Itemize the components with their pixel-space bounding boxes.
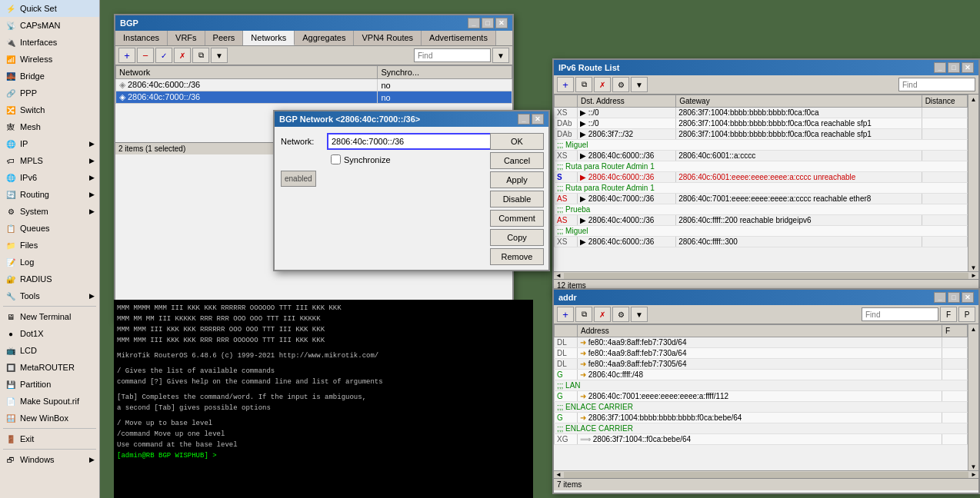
ipv6-copy-btn[interactable]: ⧉ [575,77,592,92]
sidebar-item-mpls[interactable]: 🏷 MPLS ▶ [0,152,99,169]
addr-settings-btn[interactable]: ⚙ [612,307,629,322]
table-row[interactable]: AS ▶ 2806:40c:7000::/36 2806:40c:7001:ee… [555,194,968,204]
table-row[interactable]: DL ➜ fe80::4aa9:8aff:feb7:7305/64 [555,359,968,370]
sidebar-item-lcd[interactable]: 📺 LCD [0,342,99,359]
addr-scroll-left-btn[interactable]: ◄ [554,471,563,478]
addr-close-btn[interactable]: ✕ [962,292,974,303]
remove-btn[interactable]: − [137,48,154,63]
ok-button[interactable]: OK [490,133,544,150]
remove-button[interactable]: Remove [490,248,544,265]
table-row[interactable]: G ➜ 2806:40c:ffff:/48 [555,370,968,380]
addr-scroll-right-btn[interactable]: ► [969,471,978,478]
ipv6-maximize-btn[interactable]: □ [948,62,960,73]
addr-table-scroll[interactable]: Address F DL ➜ fe80::4aa9:8aff:feb7:730d… [554,324,968,470]
sidebar-item-dot1x[interactable]: ● Dot1X [0,325,99,342]
addr-delete-btn[interactable]: ✗ [594,307,611,322]
sidebar-item-switch[interactable]: 🔀 Switch [0,101,99,118]
ipv6-add-btn[interactable]: + [557,77,574,92]
ipv6-filter-btn[interactable]: ▼ [631,77,648,92]
sidebar-item-ip[interactable]: 🌐 IP ▶ [0,135,99,152]
copy-btn[interactable]: ⧉ [192,48,209,63]
ipv6-find-input[interactable] [898,78,975,91]
copy-button[interactable]: Copy [490,229,544,246]
ipv6-scrollbar-v[interactable]: ▲ ▼ [968,95,978,271]
sidebar-item-new-winbox[interactable]: 🪟 New WinBox [0,410,99,427]
bgp-close-btn[interactable]: ✕ [495,18,508,28]
sidebar-item-tools[interactable]: 🔧 Tools ▶ [0,287,99,304]
addr-find-input[interactable] [862,307,938,321]
ipv6-delete-btn[interactable]: ✗ [594,77,611,92]
sidebar-item-bridge[interactable]: 🌉 Bridge [0,68,99,85]
tab-advertisements[interactable]: Advertisements [422,31,496,45]
addr-scrollbar-h[interactable]: ◄ ► [554,470,978,478]
sidebar-item-routing[interactable]: 🔄 Routing ▶ [0,186,99,203]
tab-instances[interactable]: Instances [115,31,168,45]
comment-button[interactable]: Comment [490,210,544,227]
table-row[interactable]: AS ▶ 2806:40c:4000::/36 2806:40c:ffff::2… [555,215,968,226]
table-row[interactable]: DAb ▶ 2806:3f7::/32 2806:3f7:1004:bbbb:b… [555,129,968,140]
apply-button[interactable]: Apply [490,171,544,188]
bgp-find-input[interactable] [414,48,491,62]
table-row[interactable]: XS ▶ 2806:40c:6000::/36 2806:40c:ffff::3… [555,237,968,247]
addr-p-btn[interactable]: P [958,307,975,322]
enable-btn[interactable]: ✓ [155,48,172,63]
filter-btn[interactable]: ▼ [211,48,228,63]
sidebar-item-make-supout[interactable]: 📄 Make Supout.rif [0,393,99,410]
ipv6-close-btn[interactable]: ✕ [962,62,974,73]
sidebar-item-log[interactable]: 📝 Log [0,254,99,271]
ipv6-minimize-btn[interactable]: _ [934,62,946,73]
scroll-up-btn[interactable]: ▲ [971,96,977,103]
sidebar-item-interfaces[interactable]: 🔌 Interfaces [0,34,99,51]
sidebar-item-wireless[interactable]: 📶 Wireless [0,51,99,68]
addr-minimize-btn[interactable]: _ [934,292,946,303]
sidebar-item-metarouter[interactable]: 🔲 MetaROUTER [0,359,99,376]
ipv6-scrollbar-h[interactable]: ◄ ► [554,271,978,279]
sidebar-item-capsman[interactable]: 📡 CAPsMAN [0,17,99,34]
ipv6-settings-btn[interactable]: ⚙ [612,77,629,92]
sidebar-item-exit[interactable]: 🚪 Exit [0,430,99,447]
tab-peers[interactable]: Peers [205,31,244,45]
terminal[interactable]: MMM MMMM MMM III KKK KKK RRRRRR OOOOOO T… [114,300,533,498]
sidebar-item-ipv6[interactable]: 🌐 IPv6 ▶ [0,169,99,186]
sidebar-item-files[interactable]: 📁 Files [0,237,99,254]
addr-scroll-up-btn[interactable]: ▲ [971,326,977,333]
addr-copy-btn[interactable]: ⧉ [575,307,592,322]
sidebar-item-new-terminal[interactable]: 🖥 New Terminal [0,308,99,325]
table-row[interactable]: XS ▶ ::/0 2806:3f7:1004:bbbb:bbbb:bbbb:f… [555,108,968,118]
addr-add-btn[interactable]: + [557,307,574,322]
bgp-maximize-btn[interactable]: □ [482,18,494,28]
add-btn[interactable]: + [118,48,135,63]
tab-aggregates[interactable]: Aggregates [295,31,354,45]
table-row[interactable]: DL ➜ fe80::4aa9:8aff:feb7:730a/64 [555,348,968,359]
table-row[interactable]: DL ➜ fe80::4aa9:8aff:feb7:730d/64 [555,337,968,348]
table-row[interactable]: G ➜ 2806:3f7:1004:bbbb:bbbb:bbbb:f0ca:be… [555,413,968,423]
tab-vpn4routes[interactable]: VPN4 Routes [354,31,422,45]
sidebar-item-mesh[interactable]: 🕸 Mesh [0,118,99,135]
sync-checkbox[interactable] [331,154,341,164]
sidebar-item-ppp[interactable]: 🔗 PPP [0,85,99,101]
addr-filter-btn[interactable]: ▼ [631,307,648,322]
sidebar-item-windows[interactable]: 🗗 Windows ▶ [0,451,99,468]
table-row[interactable]: XG ⟹ 2806:3f7:1004::f0ca:bebe/64 [555,434,968,445]
find-dropdown-btn[interactable]: ▼ [492,48,509,63]
dialog-close-btn[interactable]: ✕ [532,114,544,124]
addr-f-btn[interactable]: F [940,307,957,322]
dialog-minimize-btn[interactable]: _ [518,114,530,124]
scroll-right-btn[interactable]: ► [969,272,978,279]
table-row[interactable]: ◈2806:40c:6000::/36 no [116,79,512,91]
tab-vrfs[interactable]: VRFs [168,31,205,45]
addr-scroll-down-btn[interactable]: ▼ [971,463,977,470]
sidebar-item-quickset[interactable]: ⚡ Quick Set [0,0,99,17]
table-row[interactable]: XS ▶ 2806:40c:6000::/36 2806:40c:6001::a… [555,151,968,161]
tab-networks[interactable]: Networks [243,31,295,45]
sidebar-item-partition[interactable]: 💾 Partition [0,376,99,393]
table-row[interactable]: G ➜ 2806:40c:7001:eeee:eeee:eeee:a:ffff/… [555,391,968,402]
sidebar-item-system[interactable]: ⚙ System ▶ [0,203,99,220]
table-row[interactable]: S ▶ 2806:40c:6000::/36 2806:40c:6001:eee… [555,172,968,183]
sidebar-item-queues[interactable]: 📋 Queues [0,220,99,237]
scroll-down-btn[interactable]: ▼ [971,264,977,271]
scroll-left-btn[interactable]: ◄ [554,272,563,279]
table-row[interactable]: DAb ▶ ::/0 2806:3f7:1004:bbbb:bbbb:bbbb:… [555,118,968,129]
ipv6-table-scroll[interactable]: Dst. Address Gateway Distance XS ▶ ::/0 … [554,95,968,271]
sidebar-item-radius[interactable]: 🔐 RADIUS [0,271,99,287]
